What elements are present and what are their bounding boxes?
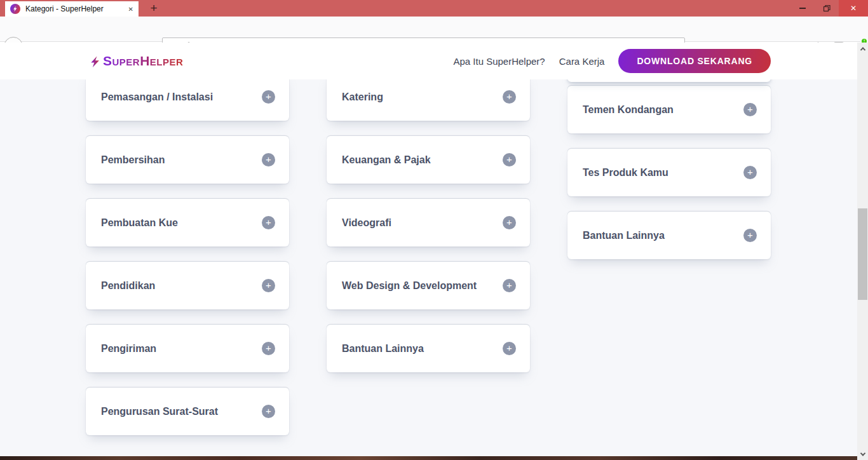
plus-icon[interactable]: + bbox=[743, 166, 757, 179]
site-favicon-icon bbox=[10, 4, 20, 14]
plus-icon[interactable]: + bbox=[503, 279, 516, 292]
category-card[interactable]: Tes Produk Kamu+ bbox=[567, 149, 771, 196]
window-controls: ✕ bbox=[790, 0, 868, 17]
page-viewport: Pemasangan / Instalasi+Pembersihan+Pembu… bbox=[0, 43, 857, 460]
category-label: Tes Produk Kamu bbox=[583, 167, 668, 179]
plus-icon[interactable]: + bbox=[743, 103, 757, 116]
tab-close-icon[interactable]: ✕ bbox=[128, 6, 133, 13]
download-button[interactable]: DOWNLOAD SEKARANG bbox=[618, 49, 771, 73]
site-logo[interactable]: SuperHelper bbox=[89, 53, 183, 69]
restore-icon bbox=[823, 4, 831, 12]
plus-icon[interactable]: + bbox=[262, 216, 275, 229]
category-label: Katering bbox=[342, 91, 383, 103]
category-card[interactable]: Bantuan Lainnya+ bbox=[327, 325, 530, 372]
category-label: Pembuatan Kue bbox=[101, 217, 178, 229]
category-card[interactable]: Temen Kondangan+ bbox=[567, 86, 771, 133]
category-card[interactable]: Pembuatan Kue+ bbox=[86, 199, 289, 247]
browser-window: Kategori - SuperHelper ✕ + ✕ ← → ⟳ ⌂ bbox=[0, 0, 868, 460]
minimize-button[interactable] bbox=[790, 0, 815, 17]
scroll-up-icon[interactable] bbox=[857, 44, 868, 53]
plus-icon[interactable]: + bbox=[503, 216, 516, 229]
plus-icon[interactable]: + bbox=[262, 153, 275, 166]
category-label: Pemasangan / Instalasi bbox=[101, 91, 213, 103]
logo-text: SuperHelper bbox=[103, 53, 183, 69]
category-card[interactable]: Web Design & Development+ bbox=[327, 262, 530, 309]
plus-icon[interactable]: + bbox=[262, 279, 275, 292]
site-header: SuperHelper Apa Itu SuperHelper? Cara Ke… bbox=[0, 43, 857, 79]
restore-button[interactable] bbox=[815, 0, 839, 17]
close-button[interactable]: ✕ bbox=[839, 0, 868, 17]
nav-link-apa-itu[interactable]: Apa Itu SuperHelper? bbox=[453, 56, 545, 67]
category-card[interactable]: Pengiriman+ bbox=[86, 325, 289, 372]
new-tab-button[interactable]: + bbox=[145, 0, 163, 17]
plus-icon[interactable]: + bbox=[503, 153, 516, 166]
tab-title: Kategori - SuperHelper bbox=[25, 4, 125, 13]
category-card[interactable]: Pemasangan / Instalasi+ bbox=[86, 73, 289, 121]
navigation-toolbar: ← → ⟳ ⌂ https://superhelper.id/kategori/… bbox=[0, 17, 868, 42]
category-label: Pengiriman bbox=[101, 343, 156, 355]
logo-bolt-icon bbox=[89, 55, 102, 67]
plus-icon[interactable]: + bbox=[503, 342, 516, 355]
scrollbar[interactable] bbox=[857, 43, 868, 460]
category-column-3: Temen Kondangan+Tes Produk Kamu+Bantuan … bbox=[567, 86, 771, 274]
nav-link-cara-kerja[interactable]: Cara Kerja bbox=[559, 56, 605, 67]
category-label: Bantuan Lainnya bbox=[342, 343, 424, 355]
plus-icon[interactable]: + bbox=[503, 90, 516, 104]
category-card[interactable]: Keuangan & Pajak+ bbox=[327, 136, 530, 184]
category-label: Web Design & Development bbox=[342, 280, 477, 292]
footer-edge bbox=[0, 456, 857, 460]
titlebar: Kategori - SuperHelper ✕ + ✕ bbox=[0, 0, 868, 17]
plus-icon[interactable]: + bbox=[262, 90, 275, 104]
category-label: Pendidikan bbox=[101, 280, 155, 292]
category-label: Pembersihan bbox=[101, 154, 165, 166]
category-card[interactable]: Katering+ bbox=[327, 73, 530, 121]
scroll-down-icon[interactable] bbox=[857, 449, 868, 459]
category-card[interactable]: Pengurusan Surat-Surat+ bbox=[86, 388, 289, 435]
plus-icon[interactable]: + bbox=[743, 229, 757, 242]
plus-icon[interactable]: + bbox=[262, 342, 275, 355]
category-card[interactable]: Pendidikan+ bbox=[86, 262, 289, 309]
category-label: Bantuan Lainnya bbox=[583, 230, 665, 241]
category-card[interactable]: Videografi+ bbox=[327, 199, 530, 247]
category-label: Videografi bbox=[342, 217, 391, 229]
scrollbar-thumb[interactable] bbox=[858, 208, 867, 300]
browser-tab[interactable]: Kategori - SuperHelper ✕ bbox=[5, 1, 139, 17]
category-column-1: Pemasangan / Instalasi+Pembersihan+Pembu… bbox=[86, 73, 289, 450]
category-label: Temen Kondangan bbox=[583, 104, 674, 116]
category-card[interactable]: Bantuan Lainnya+ bbox=[567, 212, 771, 259]
plus-icon[interactable]: + bbox=[262, 405, 275, 418]
category-card[interactable]: Pembersihan+ bbox=[86, 136, 289, 184]
category-label: Pengurusan Surat-Surat bbox=[101, 406, 218, 417]
header-nav: Apa Itu SuperHelper? Cara Kerja bbox=[453, 56, 604, 67]
category-label: Keuangan & Pajak bbox=[342, 154, 431, 166]
category-column-2: Katering+Keuangan & Pajak+Videografi+Web… bbox=[327, 73, 530, 388]
